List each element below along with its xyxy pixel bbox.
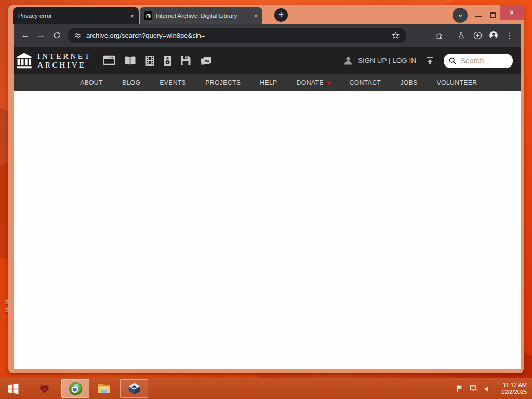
ia-temple-logo-icon — [16, 52, 32, 70]
profile-button[interactable] — [486, 28, 501, 43]
heart-arrows-app-icon — [37, 382, 51, 395]
maximize-button[interactable] — [490, 12, 496, 18]
clock-time: 11:12 AM — [501, 382, 527, 389]
taskbar: 11:12 AM 12/2/2025 — [0, 378, 532, 399]
labs-button[interactable] — [454, 28, 469, 43]
taskbar-chrome-button[interactable] — [61, 379, 89, 398]
start-button[interactable] — [0, 378, 26, 399]
tab-close-icon[interactable]: × — [125, 12, 139, 20]
taskbar-file-explorer-button[interactable] — [92, 379, 115, 398]
nav-blog[interactable]: BLOG — [122, 79, 140, 86]
signup-login-link[interactable]: SIGN UP | LOG IN — [358, 57, 416, 64]
tab-internet-archive[interactable]: Internet Archive: Digital Library × — [140, 7, 262, 24]
ia-media-types — [103, 55, 212, 66]
bookmark-star-icon[interactable] — [391, 31, 400, 40]
browser-window: Privacy error × Internet Archive: Digita… — [8, 5, 524, 373]
taskbar-app-heart-arrows[interactable] — [30, 379, 58, 398]
search-icon — [448, 57, 457, 65]
ia-header: INTERNET ARCHIVE SIGN UP | — [14, 47, 521, 74]
tab-search-button[interactable] — [453, 8, 468, 23]
nav-donate[interactable]: DONATE ♥ — [297, 79, 330, 86]
folder-icon — [97, 382, 111, 395]
forward-button[interactable]: → — [33, 28, 49, 43]
menu-button[interactable]: ⋮ — [502, 28, 517, 43]
video-icon[interactable] — [145, 55, 155, 66]
puzzle-icon — [435, 31, 444, 40]
virtualbox-icon — [127, 382, 141, 396]
downloads-button[interactable] — [470, 28, 485, 43]
nav-projects[interactable]: PROJECTS — [205, 79, 241, 86]
url-text[interactable]: archive.org/search?query=win8pe&sin= — [86, 32, 387, 39]
nav-volunteer[interactable]: VOLUNTEER — [437, 79, 477, 86]
tab-title: Privacy error — [18, 12, 125, 19]
back-button[interactable]: ← — [18, 28, 33, 43]
window-close-button[interactable]: × — [500, 5, 524, 20]
chrome-icon — [68, 381, 83, 396]
toolbar-divider — [450, 31, 450, 40]
tab-title: Internet Archive: Digital Library — [156, 12, 245, 19]
ia-search-box[interactable] — [444, 54, 513, 68]
tab-strip: Privacy error × Internet Archive: Digita… — [8, 5, 524, 24]
nav-help[interactable]: HELP — [260, 79, 277, 86]
nav-donate-label: DONATE — [297, 79, 324, 86]
upload-icon[interactable] — [425, 56, 435, 65]
reload-button[interactable] — [49, 28, 64, 43]
reload-icon — [52, 31, 61, 40]
volume-muted-icon[interactable] — [484, 384, 493, 393]
texts-icon[interactable] — [124, 55, 137, 66]
nav-jobs[interactable]: JOBS — [400, 79, 417, 86]
tab-close-icon[interactable]: × — [249, 12, 262, 20]
internet-archive-favicon-icon — [144, 11, 152, 20]
chevron-down-icon — [457, 12, 464, 19]
audio-icon[interactable] — [163, 55, 172, 66]
ia-logo-text: INTERNET ARCHIVE — [37, 52, 91, 69]
software-icon[interactable] — [180, 55, 191, 66]
taskbar-virtualbox-button[interactable] — [120, 379, 148, 398]
desktop-wallpaper: S S Privacy error × Internet Archive: Di… — [0, 0, 532, 399]
minimize-button[interactable] — [475, 16, 482, 17]
page-content-blank — [14, 91, 521, 369]
action-center-flag-icon[interactable] — [456, 384, 464, 393]
network-icon[interactable] — [469, 384, 479, 393]
taskbar-clock[interactable]: 11:12 AM 12/2/2025 — [501, 382, 527, 395]
nav-contact[interactable]: CONTACT — [350, 79, 381, 86]
system-tray: 11:12 AM 12/2/2025 — [456, 382, 527, 395]
nav-about[interactable]: ABOUT — [80, 79, 103, 86]
clock-date: 12/2/2025 — [501, 389, 527, 395]
browser-toolbar: ← → archive.org/search?query=win8pe&sin= — [14, 24, 521, 47]
web-icon[interactable] — [103, 55, 115, 66]
person-icon — [343, 56, 353, 66]
nav-events[interactable]: EVENTS — [159, 79, 186, 86]
flask-icon — [457, 31, 466, 39]
ia-navbar: ABOUT BLOG EVENTS PROJECTS HELP DONATE ♥… — [14, 74, 521, 91]
search-input[interactable] — [460, 56, 506, 65]
tab-privacy-error[interactable]: Privacy error × — [13, 7, 139, 24]
images-icon[interactable] — [200, 55, 212, 66]
ia-logo[interactable]: INTERNET ARCHIVE — [16, 52, 91, 70]
webpage-archive-org: INTERNET ARCHIVE SIGN UP | — [14, 47, 521, 369]
windows-logo-icon — [7, 382, 20, 395]
extensions-button[interactable] — [432, 28, 446, 43]
heart-icon: ♥ — [327, 79, 330, 86]
address-bar[interactable]: archive.org/search?query=win8pe&sin= — [68, 28, 406, 43]
avatar-icon — [488, 30, 499, 41]
site-settings-icon[interactable] — [74, 32, 82, 39]
download-icon — [473, 31, 483, 41]
new-tab-button[interactable]: + — [274, 8, 288, 22]
